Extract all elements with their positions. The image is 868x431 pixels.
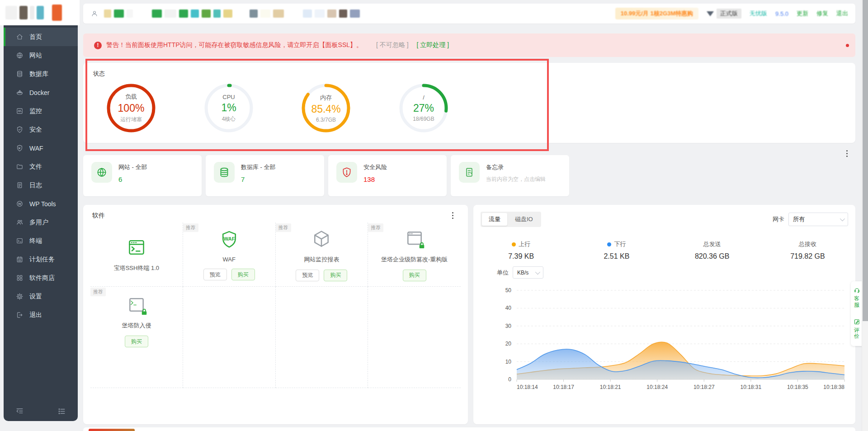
websites-card[interactable]: 网站 - 全部6 [83, 155, 202, 196]
security-risk-card[interactable]: 安全风险138 [328, 155, 447, 196]
pro-version-icon [707, 11, 714, 16]
software-item-tamper-proof[interactable]: 推荐 堡塔企业级防篡改-重构版 购买 [368, 223, 461, 287]
preview-button[interactable]: 预览 [296, 270, 319, 281]
panel-version[interactable]: 9.5.0 [775, 10, 788, 17]
browser-lock-icon [404, 228, 425, 250]
database-icon [214, 162, 235, 183]
svg-text:50: 50 [505, 287, 512, 294]
sidebar-item-appstore[interactable]: 软件商店 [4, 269, 78, 287]
update-link[interactable]: 更新 [797, 9, 808, 18]
sidebar-item-database[interactable]: 数据库 [4, 65, 78, 83]
gauge-label: 内存 [320, 94, 332, 102]
buy-button[interactable]: 购买 [125, 336, 148, 347]
databases-card[interactable]: 数据库 - 全部7 [206, 155, 324, 196]
memory-gauge: 内存85.4%6.3/7GB [301, 83, 351, 133]
gauge-value: 1% [221, 102, 236, 114]
scrollbar-thumb[interactable] [863, 0, 868, 321]
buy-button[interactable]: 购买 [324, 270, 347, 281]
rate-button[interactable]: 评价 [854, 318, 860, 340]
overview-more-menu-icon[interactable] [846, 150, 848, 157]
sidebar-item-cron[interactable]: 计划任务 [4, 250, 78, 269]
menu-list-icon[interactable] [57, 407, 66, 416]
sidebar-item-monitor[interactable]: 监控 [4, 102, 78, 120]
svg-text:10:18:17: 10:18:17 [553, 384, 574, 390]
sidebar-item-label: 日志 [29, 181, 42, 189]
unit-select[interactable]: KB/s [513, 266, 543, 279]
sidebar-item-waf[interactable]: WAF [4, 139, 78, 157]
sidebar-item-logout[interactable]: 退出 [4, 306, 78, 324]
collapse-sidebar-icon[interactable] [15, 407, 24, 416]
monitor-icon [16, 107, 24, 115]
sidebar-item-logs[interactable]: 日志 [4, 176, 78, 194]
preview-button[interactable]: 预览 [203, 269, 227, 280]
logout-link[interactable]: 退出 [836, 9, 848, 18]
buy-button[interactable]: 购买 [403, 270, 426, 281]
warning-action-link[interactable]: [ 立即处理 ] [417, 41, 449, 49]
memo-card[interactable]: 备忘录当前内容为空，点击编辑 [451, 155, 569, 196]
buy-button[interactable]: 购买 [231, 269, 255, 280]
stat-downstream: 下行2.51 KB [569, 240, 664, 260]
sidebar-item-label: WAF [29, 145, 43, 152]
software-item-intrusion-防[interactable]: 推荐 堡塔防入侵 购买 [90, 287, 183, 388]
warning-ignore-link[interactable]: [ 不可忽略 ] [376, 41, 409, 49]
sidebar-item-security[interactable]: 安全 [4, 120, 78, 139]
svg-text:40: 40 [505, 305, 512, 311]
nic-select[interactable]: 所有 [788, 213, 848, 226]
svg-text:0: 0 [508, 376, 511, 383]
traffic-chart: 0102030405010:18:1410:18:1710:18:2110:18… [481, 282, 848, 396]
software-item-name: 网站监控报表 [304, 256, 339, 264]
card-title: 安全风险 [363, 163, 387, 171]
sidebar-item-files[interactable]: 文件 [4, 157, 78, 176]
card-value: 6 [118, 175, 147, 183]
server-user-icon [90, 9, 99, 18]
repair-link[interactable]: 修复 [816, 9, 828, 18]
svg-text:10:18:14: 10:18:14 [517, 384, 538, 390]
sidebar-item-website[interactable]: 网站 [4, 46, 78, 65]
unit-select-value: KB/s [517, 270, 528, 276]
customer-service-button[interactable]: 客服 [854, 287, 860, 308]
software-more-menu-icon[interactable] [452, 212, 453, 219]
tab-traffic[interactable]: 流量 [482, 213, 507, 226]
software-item-ssh-terminal[interactable]: 宝塔SSH终端 1.0 [90, 223, 183, 287]
sidebar-item-label: 设置 [29, 293, 42, 301]
globe-icon [16, 52, 24, 59]
svg-text:10:18:35: 10:18:35 [787, 384, 808, 390]
terminal-icon [16, 237, 24, 245]
traffic-tabs: 流量 磁盘IO [481, 212, 541, 227]
gauge-sub: 运行堵塞 [120, 116, 142, 123]
gauge-value: 27% [413, 102, 434, 114]
software-card: 软件 宝塔SSH终端 1.0 推荐 WAF 预览购买 推荐 网站监控报表 预览购… [83, 205, 468, 424]
plan-link[interactable]: 无忧版 [750, 9, 767, 18]
nic-selector: 网卡 所有 [773, 213, 848, 226]
svg-text:10:18:24: 10:18:24 [646, 384, 668, 390]
tab-disk-io[interactable]: 磁盘IO [508, 213, 540, 226]
sidebar-item-home[interactable]: 首页 [4, 28, 78, 46]
censored-logo-block [37, 6, 44, 19]
censored-logo-block [19, 6, 28, 19]
sidebar-item-multiuser[interactable]: 多用户 [4, 213, 78, 232]
censored-logo-block [52, 5, 62, 21]
software-item-name: WAF [222, 256, 235, 263]
svg-text:10:18:31: 10:18:31 [740, 384, 761, 390]
sidebar-item-label: 数据库 [29, 70, 48, 78]
sidebar-item-settings[interactable]: 设置 [4, 287, 78, 306]
recommend-badge: 推荐 [276, 223, 291, 232]
sidebar-item-wp-tools[interactable]: WP Tools [4, 194, 78, 213]
software-item-waf[interactable]: 推荐 WAF 预览购买 [183, 223, 276, 287]
sidebar-item-label: 首页 [29, 33, 42, 41]
store-icon [16, 274, 24, 282]
gauge-label: 负载 [125, 93, 137, 101]
sidebar-item-label: 监控 [29, 107, 42, 115]
software-grid: 宝塔SSH终端 1.0 推荐 WAF 预览购买 推荐 网站监控报表 预览购买 推… [90, 223, 461, 388]
home-icon [16, 33, 24, 41]
gauge-sub: 4核心 [222, 115, 236, 123]
sidebar-item-label: 退出 [29, 311, 42, 319]
software-item-monitor-report[interactable]: 推荐 网站监控报表 预览购买 [276, 223, 368, 287]
promo-badge[interactable]: 10.99元/月 1核2G3M特惠购 [615, 8, 698, 19]
sidebar-item-terminal[interactable]: 终端 [4, 232, 78, 250]
nic-select-value: 所有 [793, 215, 805, 223]
downstream-dot-icon [607, 242, 611, 246]
sidebar-item-docker[interactable]: Docker [4, 83, 78, 102]
version-badge[interactable]: 正式版 [707, 9, 741, 19]
version-tag-label: 正式版 [717, 9, 741, 19]
